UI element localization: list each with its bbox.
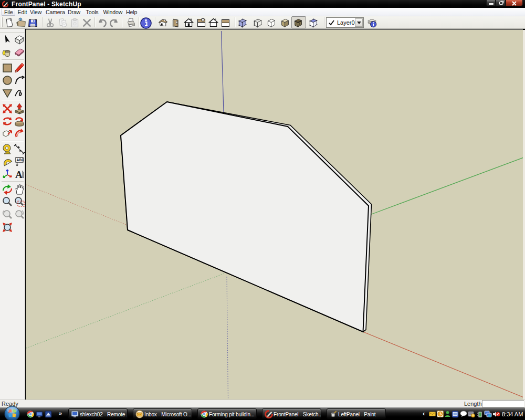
svg-text:A: A (15, 169, 23, 180)
svg-text:ABC: ABC (17, 158, 24, 162)
